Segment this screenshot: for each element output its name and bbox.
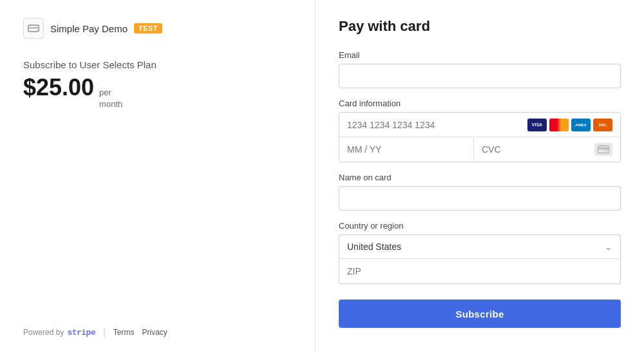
powered-by: Powered by stripe	[23, 328, 95, 338]
name-label: Name on card	[339, 173, 621, 182]
mastercard-icon	[549, 119, 569, 131]
card-expiry-cvc-row	[339, 137, 620, 162]
subscribe-button[interactable]: Subscribe	[339, 300, 621, 328]
privacy-link[interactable]: Privacy	[142, 328, 167, 337]
price-row: $25.00 per month	[23, 74, 292, 110]
country-value: United States	[347, 242, 605, 252]
zip-input[interactable]	[339, 259, 620, 283]
expiry-input[interactable]	[339, 137, 474, 162]
svg-rect-4	[605, 150, 608, 151]
stripe-logo: stripe	[67, 328, 95, 338]
cvc-input[interactable]	[482, 144, 594, 155]
footer-divider: |	[103, 327, 106, 338]
chevron-down-icon: ⌄	[605, 242, 612, 252]
amex-icon: AMEX	[571, 119, 591, 131]
card-info-group: Card information VISA AMEX DISC	[339, 99, 621, 162]
cvc-card-icon	[594, 143, 612, 156]
email-label: Email	[339, 50, 621, 60]
discover-icon: DISC	[593, 119, 612, 131]
visa-icon: VISA	[527, 119, 547, 131]
card-info-label: Card information	[339, 99, 621, 108]
country-select[interactable]: United States ⌄	[339, 234, 621, 259]
region-group: Country or region United States ⌄	[339, 221, 621, 284]
zip-wrapper	[339, 259, 621, 284]
card-number-row: VISA AMEX DISC	[339, 113, 620, 137]
pay-title: Pay with card	[339, 18, 621, 35]
left-panel: Simple Pay Demo TEST Subscribe to User S…	[0, 0, 316, 353]
svg-rect-1	[28, 27, 39, 29]
country-label: Country or region	[339, 221, 621, 231]
svg-rect-3	[598, 148, 609, 149]
card-icon	[28, 23, 39, 34]
brand-header: Simple Pay Demo TEST	[23, 18, 292, 39]
name-input[interactable]	[339, 186, 621, 211]
card-icons: VISA AMEX DISC	[527, 119, 612, 131]
test-badge: TEST	[134, 23, 162, 33]
email-group: Email	[339, 50, 621, 88]
right-panel: Pay with card Email Card information VIS…	[316, 0, 644, 353]
cvc-wrapper	[474, 137, 620, 162]
email-input[interactable]	[339, 64, 621, 88]
card-info-wrapper: VISA AMEX DISC	[339, 112, 621, 162]
terms-link[interactable]: Terms	[113, 328, 135, 337]
brand-name: Simple Pay Demo	[50, 23, 128, 34]
left-footer: Powered by stripe | Terms Privacy	[23, 327, 167, 338]
price-amount: $25.00	[23, 74, 94, 101]
name-group: Name on card	[339, 173, 621, 211]
brand-icon	[23, 18, 44, 39]
cvc-svg	[598, 146, 609, 153]
price-period: per month	[99, 87, 122, 110]
card-number-input[interactable]	[347, 120, 522, 130]
subscribe-label: Subscribe to User Selects Plan	[23, 59, 292, 70]
